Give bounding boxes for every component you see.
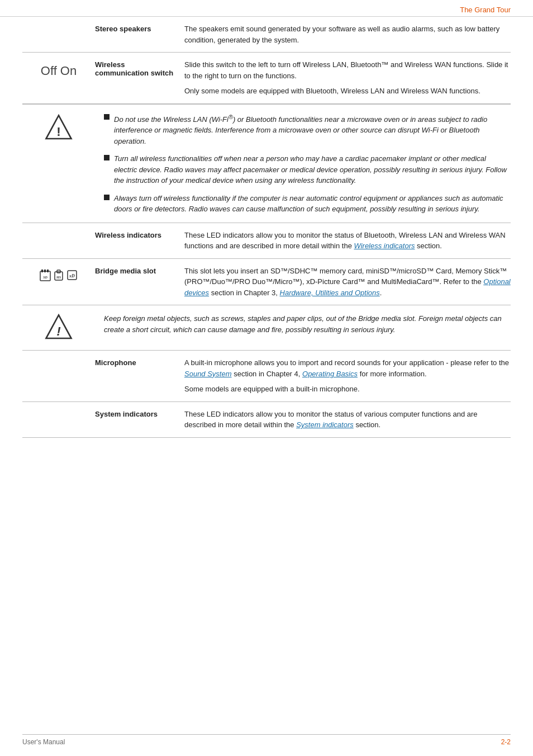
wireless-indicators-link[interactable]: Wireless indicators xyxy=(354,242,415,250)
svg-rect-4 xyxy=(44,270,46,272)
off-on-label: Off On xyxy=(41,64,77,78)
warning-text-small: Keep foreign metal objects, such as scre… xyxy=(104,313,511,342)
wireless-indicators-desc: These LED indicators allow you to monito… xyxy=(184,230,511,252)
system-indicators-icon-area xyxy=(22,409,95,431)
wireless-switch-desc: Slide this switch to the left to turn of… xyxy=(184,59,511,97)
warning-icon-1: ! xyxy=(22,112,95,215)
warning-triangle-icon: ! xyxy=(44,114,73,143)
svg-text:!: ! xyxy=(56,124,61,138)
hardware-utilities-link[interactable]: Hardware, Utilities and Options xyxy=(280,289,380,297)
warning-text-2: Turn all wireless functionalities off wh… xyxy=(114,153,511,186)
bridge-media-desc: This slot lets you insert an SD™/SDHC™ m… xyxy=(184,266,511,299)
microphone-label: Microphone xyxy=(95,357,184,395)
system-indicators-label: System indicators xyxy=(95,409,184,431)
warning-box-1: ! Do not use the Wireless LAN (Wi-Fi®) o… xyxy=(22,104,511,223)
system-indicators-desc: These LED indicators allow you to monito… xyxy=(184,409,511,431)
warning-text-1: Do not use the Wireless LAN (Wi-Fi®) or … xyxy=(114,112,511,147)
svg-text:xD: xD xyxy=(69,273,75,278)
warning-icon-2: ! xyxy=(22,313,95,342)
wireless-switch-icon: Off On xyxy=(22,59,95,97)
off-label: Off xyxy=(41,64,57,78)
page-content: Stereo speakers The speakers emit sound … xyxy=(0,17,533,460)
svg-rect-5 xyxy=(47,270,49,272)
footer-right: 2-2 xyxy=(501,738,511,746)
wireless-switch-row: Off On Wireless communication switch Sli… xyxy=(22,53,511,104)
stereo-speakers-icon-area xyxy=(22,23,95,45)
bullet-2 xyxy=(104,155,110,160)
warning-box-2: ! Keep foreign metal objects, such as sc… xyxy=(22,305,511,351)
bullet-1 xyxy=(104,114,110,120)
svg-text:MS: MS xyxy=(56,276,61,279)
warning-item-2: Turn all wireless functionalities off wh… xyxy=(104,153,511,186)
bullet-3 xyxy=(104,195,110,200)
memory-stick-icon: MS xyxy=(53,269,64,281)
microphone-icon-area xyxy=(22,357,95,395)
operating-basics-link[interactable]: Operating Basics xyxy=(302,370,358,378)
microphone-row: Microphone A built-in microphone allows … xyxy=(22,351,511,402)
wireless-indicators-label: Wireless indicators xyxy=(95,230,184,252)
stereo-speakers-label: Stereo speakers xyxy=(95,23,184,45)
header-title: The Grand Tour xyxy=(460,6,511,14)
svg-text:SD: SD xyxy=(43,276,47,279)
stereo-speakers-desc: The speakers emit sound generated by you… xyxy=(184,23,511,45)
wireless-indicators-row: Wireless indicators These LED indicators… xyxy=(22,223,511,259)
wireless-switch-label: Wireless communication switch xyxy=(95,59,184,97)
stereo-speakers-row: Stereo speakers The speakers emit sound … xyxy=(22,17,511,53)
bridge-media-label: Bridge media slot xyxy=(95,266,184,299)
xd-card-icon: xD xyxy=(66,269,78,281)
page-header: The Grand Tour xyxy=(0,0,533,17)
svg-text:!: ! xyxy=(56,324,61,338)
system-indicators-link[interactable]: System indicators xyxy=(296,420,354,429)
warning-item-1: Do not use the Wireless LAN (Wi-Fi®) or … xyxy=(104,112,511,147)
microphone-desc: A built-in microphone allows you to impo… xyxy=(184,357,511,395)
warning-item-3: Always turn off wireless functionality i… xyxy=(104,193,511,215)
warning-text-3: Always turn off wireless functionality i… xyxy=(114,193,511,215)
footer-left: User's Manual xyxy=(22,738,65,746)
page-footer: User's Manual 2-2 xyxy=(22,734,511,746)
on-label: On xyxy=(60,64,77,78)
warning-content-1: Do not use the Wireless LAN (Wi-Fi®) or … xyxy=(104,112,511,215)
bridge-media-icon-area: SD MS xD xyxy=(22,266,95,299)
warning-triangle-icon-2: ! xyxy=(44,313,73,342)
wireless-indicators-icon-area xyxy=(22,230,95,252)
bridge-media-row: SD MS xD Bridge media slot This slot let… xyxy=(22,259,511,306)
sound-system-link[interactable]: Sound System xyxy=(184,370,232,378)
svg-rect-3 xyxy=(41,270,43,272)
bridge-icons: SD MS xD xyxy=(40,269,78,281)
sd-card-icon: SD xyxy=(40,269,51,281)
system-indicators-row: System indicators These LED indicators a… xyxy=(22,402,511,438)
